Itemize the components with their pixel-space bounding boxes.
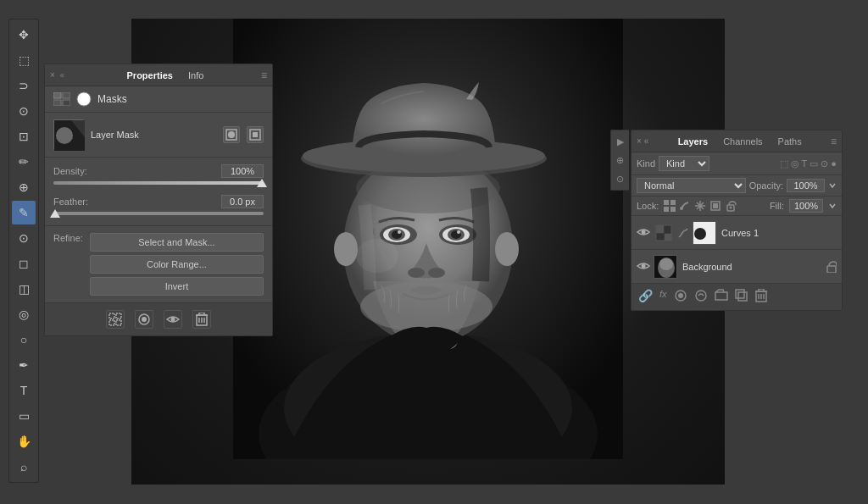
properties-panel-header: × « Properties Info ≡ (45, 64, 272, 86)
lock-move-icon[interactable] (694, 200, 706, 212)
layers-collapse-button[interactable]: « (644, 136, 649, 146)
opacity-value[interactable]: 100% (787, 179, 825, 192)
background-layer[interactable]: Background (632, 250, 842, 284)
move-tool[interactable]: ✥ (12, 23, 36, 47)
filter-adjust-icon[interactable]: ◎ (791, 158, 799, 169)
layers-select-tool[interactable]: ⊙ (613, 171, 628, 186)
layer-delete-icon[interactable] (755, 289, 767, 305)
pen-tool[interactable]: ✒ (12, 353, 36, 377)
fill-arrow-icon[interactable] (828, 202, 837, 210)
select-and-mask-button[interactable]: Select and Mask... (90, 233, 264, 252)
lock-all-icon[interactable] (725, 200, 737, 212)
color-range-button[interactable]: Color Range... (90, 255, 264, 274)
refine-label: Refine: (53, 233, 83, 243)
layer-fx-icon[interactable]: fx (659, 289, 667, 305)
gradient-mask-icon[interactable] (135, 310, 153, 329)
panel-header-left: × « (50, 70, 70, 80)
opacity-arrow-icon[interactable] (828, 181, 837, 190)
layer-group-icon[interactable] (715, 289, 728, 305)
curves-1-link-icon[interactable] (677, 227, 689, 239)
layers-tab[interactable]: Layers (671, 135, 715, 148)
density-label-row: Density: 100% (53, 164, 264, 178)
layers-close-button[interactable]: × (637, 136, 642, 146)
eraser-tool[interactable]: ◻ (12, 252, 36, 275)
layers-arrow-tool[interactable]: ▶ (613, 134, 628, 149)
clone-tool[interactable]: ⊙ (12, 226, 36, 250)
feather-slider[interactable] (53, 212, 264, 215)
svg-rect-27 (53, 100, 61, 106)
svg-point-69 (659, 258, 673, 270)
curves-1-layer[interactable]: Curves 1 (632, 216, 842, 250)
masks-header: Masks (45, 86, 272, 113)
lock-artboard-icon[interactable] (709, 200, 721, 212)
blend-mode-select[interactable]: Normal Multiply Screen Overlay (637, 178, 746, 193)
mask-apply-button[interactable] (223, 126, 240, 143)
add-pixel-mask-icon[interactable] (106, 310, 125, 329)
gradient-tool[interactable]: ◫ (12, 277, 36, 301)
layer-duplicate-icon[interactable] (735, 289, 748, 305)
opacity-label: Opacity: (749, 180, 783, 191)
svg-point-20 (428, 268, 445, 278)
brush-tool[interactable]: ✎ (12, 201, 36, 224)
curves-1-visibility[interactable] (637, 226, 650, 240)
kind-select[interactable]: Kind (659, 156, 709, 171)
quick-select-tool[interactable]: ⊙ (12, 99, 36, 123)
density-slider[interactable] (53, 181, 264, 185)
layer-mask-thumbnail (53, 119, 84, 150)
background-visibility[interactable] (637, 260, 650, 274)
filter-pixel-icon[interactable]: ⬚ (780, 158, 788, 169)
density-thumb[interactable] (257, 179, 267, 187)
lock-checkerboard-icon[interactable] (664, 200, 676, 212)
crop-tool[interactable]: ⊡ (12, 125, 36, 148)
layer-mask-footer-icon[interactable] (674, 289, 687, 305)
hand-tool[interactable]: ✋ (12, 429, 36, 453)
eye-icon[interactable] (164, 310, 182, 329)
feather-value[interactable]: 0.0 px (221, 195, 264, 208)
svg-point-23 (495, 232, 519, 266)
delete-mask-icon[interactable] (192, 310, 211, 329)
layer-link-footer-icon[interactable]: 🔗 (638, 289, 653, 305)
svg-point-66 (642, 263, 646, 268)
filter-toggle-icon[interactable]: ● (831, 158, 837, 169)
eyedropper-tool[interactable]: ✏ (12, 150, 36, 174)
filter-type-icon[interactable]: T (802, 158, 808, 169)
svg-rect-28 (63, 100, 70, 106)
mask-options-button[interactable] (247, 126, 264, 143)
fill-value[interactable]: 100% (789, 199, 823, 213)
layers-panel-header: × « Layers Channels Paths ≡ (632, 130, 842, 152)
layers-move-tool[interactable]: ⊕ (613, 152, 628, 168)
info-tab[interactable]: Info (181, 69, 210, 82)
blur-tool[interactable]: ◎ (12, 302, 36, 326)
properties-close-button[interactable]: × (50, 70, 55, 80)
properties-tabs: Properties Info (120, 69, 211, 82)
select-tool[interactable]: ⬚ (12, 48, 36, 72)
properties-collapse-button[interactable]: « (60, 71, 64, 80)
dodge-tool[interactable]: ○ (12, 328, 36, 352)
heal-tool[interactable]: ⊕ (12, 175, 36, 199)
lock-brush-icon[interactable] (679, 200, 691, 212)
layer-mask-label: Layer Mask (91, 130, 216, 140)
zoom-tool[interactable]: ⌕ (12, 455, 36, 479)
density-value[interactable]: 100% (221, 164, 264, 178)
properties-tab[interactable]: Properties (120, 69, 180, 82)
svg-point-60 (642, 230, 646, 234)
channels-tab[interactable]: Channels (716, 135, 769, 148)
svg-point-73 (696, 291, 706, 301)
shape-tool[interactable]: ▭ (12, 404, 36, 428)
filter-shape-icon[interactable]: ▭ (810, 158, 818, 169)
svg-rect-36 (109, 313, 114, 318)
filter-smart-icon[interactable]: ⊙ (821, 158, 828, 169)
background-name: Background (681, 262, 823, 272)
properties-menu-icon[interactable]: ≡ (261, 69, 267, 81)
layers-menu-icon[interactable]: ≡ (831, 136, 837, 147)
svg-point-33 (228, 131, 235, 138)
svg-point-29 (77, 92, 91, 106)
svg-rect-76 (736, 290, 744, 298)
svg-point-72 (678, 293, 683, 298)
invert-button[interactable]: Invert (90, 277, 264, 296)
feather-thumb[interactable] (50, 209, 60, 218)
layer-adjustment-icon[interactable] (694, 289, 708, 305)
type-tool[interactable]: T (12, 379, 36, 402)
lasso-tool[interactable]: ⊃ (12, 74, 36, 97)
paths-tab[interactable]: Paths (771, 135, 809, 148)
